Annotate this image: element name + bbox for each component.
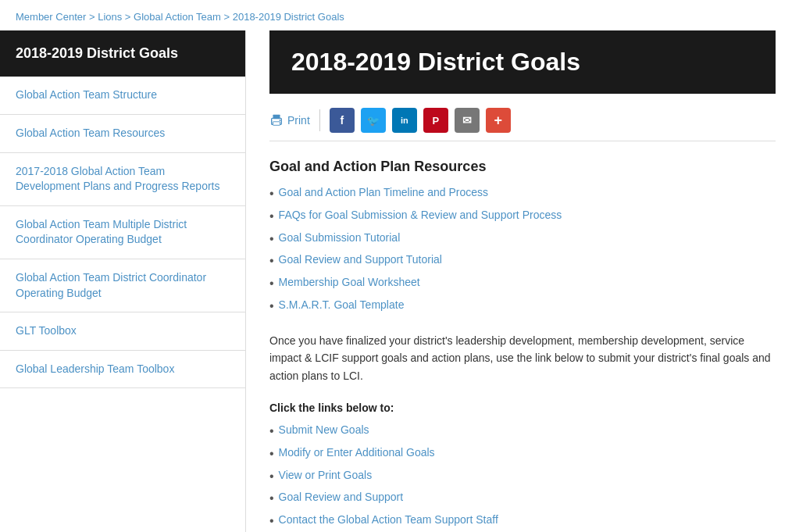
main-content: 2018-2019 District Goals Print f 🐦 in	[246, 30, 799, 532]
list-item: Modify or Enter Additional Goals	[269, 446, 776, 462]
sidebar-item-resources[interactable]: Global Action Team Resources	[0, 115, 245, 153]
linkedin-icon: in	[401, 116, 408, 125]
resource-link-faqs[interactable]: FAQs for Goal Submission & Review and Su…	[279, 209, 562, 221]
action-bar: Print f 🐦 in P ✉ +	[269, 108, 776, 141]
sidebar-item-structure[interactable]: Global Action Team Structure	[0, 77, 245, 115]
sidebar-item-dev-plans[interactable]: 2017-2018 Global Action Team Development…	[0, 153, 245, 206]
list-item: Submit New Goals	[269, 423, 776, 440]
list-item: View or Print Goals	[269, 469, 776, 485]
facebook-icon: f	[340, 114, 344, 127]
breadcrumb: Member Center > Lions > Global Action Te…	[0, 0, 799, 30]
sidebar-item-multiple-district[interactable]: Global Action Team Multiple District Coo…	[0, 206, 245, 259]
list-item: Goal and Action Plan Timeline and Proces…	[269, 186, 776, 202]
resource-link-timeline[interactable]: Goal and Action Plan Timeline and Proces…	[279, 186, 489, 198]
sidebar-link-district-coordinator[interactable]: Global Action Team District Coordinator …	[16, 270, 230, 301]
main-layout: 2018-2019 District Goals Global Action T…	[0, 30, 799, 532]
list-item: Membership Goal Worksheet	[269, 276, 776, 292]
print-button[interactable]: Print	[269, 113, 310, 127]
body-text: Once you have finalized your district's …	[269, 332, 776, 384]
divider	[319, 109, 320, 131]
action-link-view-print[interactable]: View or Print Goals	[279, 469, 373, 481]
breadcrumb-global-action-team[interactable]: Global Action Team	[134, 11, 221, 23]
resource-link-smart-template[interactable]: S.M.A.R.T. Goal Template	[279, 298, 405, 311]
sidebar-header: 2018-2019 District Goals	[0, 30, 245, 77]
list-item: Goal Review and Support Tutorial	[269, 253, 776, 270]
resources-section-title: Goal and Action Plan Resources	[269, 159, 776, 175]
action-link-modify[interactable]: Modify or Enter Additional Goals	[279, 446, 435, 459]
more-button[interactable]: +	[486, 108, 511, 133]
resource-list: Goal and Action Plan Timeline and Proces…	[269, 186, 776, 315]
action-link-review-support[interactable]: Goal Review and Support	[279, 491, 404, 503]
sidebar-link-structure[interactable]: Global Action Team Structure	[16, 87, 230, 103]
list-item: FAQs for Goal Submission & Review and Su…	[269, 209, 776, 225]
pinterest-icon: P	[432, 115, 439, 127]
sidebar: 2018-2019 District Goals Global Action T…	[0, 30, 246, 532]
list-item: Contact the Global Action Team Support S…	[269, 513, 776, 530]
breadcrumb-lions[interactable]: Lions	[98, 11, 122, 23]
list-item: Goal Submission Tutorial	[269, 231, 776, 248]
print-icon	[269, 113, 284, 127]
action-link-submit[interactable]: Submit New Goals	[279, 423, 369, 436]
sidebar-item-district-coordinator[interactable]: Global Action Team District Coordinator …	[0, 259, 245, 312]
print-label: Print	[287, 114, 310, 127]
facebook-button[interactable]: f	[330, 108, 355, 133]
twitter-icon: 🐦	[367, 115, 380, 127]
email-button[interactable]: ✉	[455, 108, 480, 133]
twitter-button[interactable]: 🐦	[361, 108, 386, 133]
pinterest-button[interactable]: P	[423, 108, 448, 133]
email-icon: ✉	[462, 114, 472, 127]
list-item: Goal Review and Support	[269, 491, 776, 507]
resource-link-review-tutorial[interactable]: Goal Review and Support Tutorial	[279, 253, 442, 266]
svg-rect-1	[273, 115, 280, 119]
breadcrumb-member-center[interactable]: Member Center	[16, 11, 86, 23]
breadcrumb-current: 2018-2019 District Goals	[233, 11, 344, 23]
sidebar-link-global-leadership-toolbox[interactable]: Global Leadership Team Toolbox	[16, 362, 230, 377]
sidebar-link-multiple-district[interactable]: Global Action Team Multiple District Coo…	[16, 217, 230, 248]
sidebar-item-global-leadership-toolbox[interactable]: Global Leadership Team Toolbox	[0, 351, 245, 389]
linkedin-button[interactable]: in	[392, 108, 417, 133]
more-icon: +	[494, 112, 503, 129]
sidebar-item-glt-toolbox[interactable]: GLT Toolbox	[0, 312, 245, 351]
svg-point-3	[280, 120, 281, 121]
resource-link-submission-tutorial[interactable]: Goal Submission Tutorial	[279, 231, 401, 244]
action-list: Submit New Goals Modify or Enter Additio…	[269, 423, 776, 530]
action-link-contact-staff[interactable]: Contact the Global Action Team Support S…	[279, 513, 498, 526]
list-item: S.M.A.R.T. Goal Template	[269, 298, 776, 315]
click-instruction: Click the links below to:	[269, 402, 776, 414]
sidebar-link-resources[interactable]: Global Action Team Resources	[16, 126, 230, 141]
page-title: 2018-2019 District Goals	[269, 30, 776, 94]
sidebar-link-glt-toolbox[interactable]: GLT Toolbox	[16, 323, 230, 339]
sidebar-link-dev-plans[interactable]: 2017-2018 Global Action Team Development…	[16, 164, 230, 195]
resource-link-membership-worksheet[interactable]: Membership Goal Worksheet	[279, 276, 420, 288]
svg-rect-2	[273, 122, 280, 126]
